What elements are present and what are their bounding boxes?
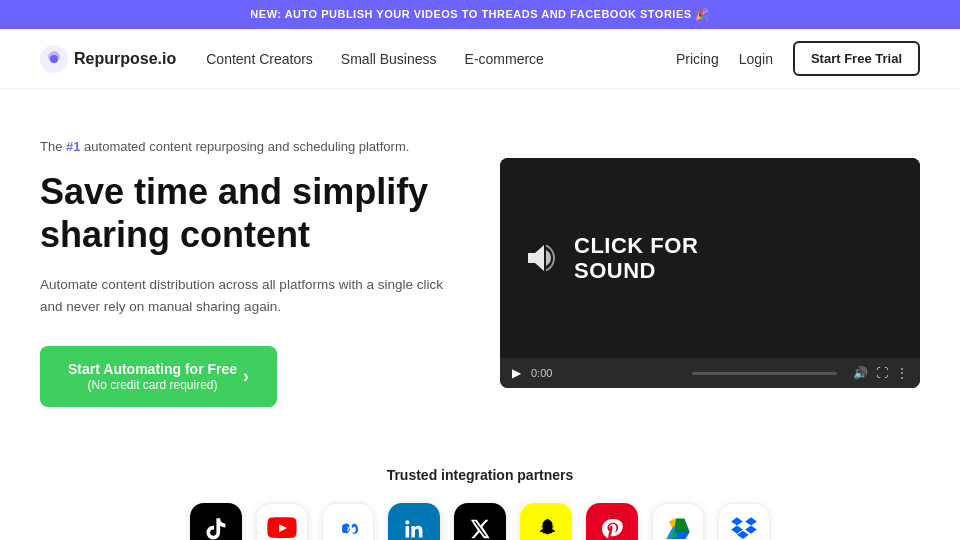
youtube-icon xyxy=(267,514,297,540)
video-main-area[interactable]: CLICK FORSOUND xyxy=(500,158,920,358)
pinterest-icon xyxy=(600,517,624,540)
x-icon xyxy=(469,518,491,540)
hero-left: The #1 automated content repurposing and… xyxy=(40,139,460,407)
partner-tiktok[interactable] xyxy=(190,503,242,540)
cta-line2: (No credit card required) xyxy=(68,378,237,394)
hero-description: Automate content distribution across all… xyxy=(40,274,460,317)
cta-arrow-icon: › xyxy=(243,365,249,388)
nav-login[interactable]: Login xyxy=(739,51,773,67)
partner-snapchat[interactable] xyxy=(520,503,572,540)
partner-linkedin[interactable] xyxy=(388,503,440,540)
hero-section: The #1 automated content repurposing and… xyxy=(0,89,960,437)
hero-right: CLICK FORSOUND ▶ 0:00 🔊 ⛶ ⋮ xyxy=(500,158,920,388)
meta-icon xyxy=(334,515,362,540)
logo-icon xyxy=(40,45,68,73)
linkedin-icon xyxy=(402,517,426,540)
speaker-icon xyxy=(524,240,560,276)
play-button[interactable]: ▶ xyxy=(512,366,521,380)
top-banner: NEW: AUTO PUBLISH YOUR VIDEOS TO THREADS… xyxy=(0,0,960,29)
video-control-icons: 🔊 ⛶ ⋮ xyxy=(853,366,908,380)
navbar: Repurpose.io Content Creators Small Busi… xyxy=(0,29,960,89)
nav-pricing[interactable]: Pricing xyxy=(676,51,719,67)
partners-title: Trusted integration partners xyxy=(40,467,920,483)
click-for-sound-text: CLICK FORSOUND xyxy=(574,233,698,284)
nav-links: Content Creators Small Business E-commer… xyxy=(206,51,676,67)
hero-cta-text: Start Automating for Free (No credit car… xyxy=(68,360,237,394)
snapchat-icon xyxy=(534,517,558,540)
tiktok-icon xyxy=(203,516,229,540)
nav-content-creators[interactable]: Content Creators xyxy=(206,51,313,67)
nav-start-free-trial-button[interactable]: Start Free Trial xyxy=(793,41,920,76)
gdrive-icon xyxy=(664,515,692,540)
partner-dropbox[interactable] xyxy=(718,503,770,540)
settings-icon[interactable]: ⋮ xyxy=(896,366,908,380)
partner-google-drive[interactable] xyxy=(652,503,704,540)
video-progress-bar[interactable] xyxy=(692,372,837,375)
partners-section: Trusted integration partners xyxy=(0,437,960,540)
svg-point-1 xyxy=(50,55,58,63)
hero-cta-button[interactable]: Start Automating for Free (No credit car… xyxy=(40,346,277,408)
video-player[interactable]: CLICK FORSOUND ▶ 0:00 🔊 ⛶ ⋮ xyxy=(500,158,920,388)
volume-icon[interactable]: 🔊 xyxy=(853,366,868,380)
hero-subtitle: The #1 automated content repurposing and… xyxy=(40,139,460,154)
partner-youtube[interactable] xyxy=(256,503,308,540)
partner-pinterest[interactable] xyxy=(586,503,638,540)
fullscreen-icon[interactable]: ⛶ xyxy=(876,366,888,380)
banner-text: NEW: AUTO PUBLISH YOUR VIDEOS TO THREADS… xyxy=(250,8,709,20)
nav-small-business[interactable]: Small Business xyxy=(341,51,437,67)
logo-text: Repurpose.io xyxy=(74,50,176,68)
logo[interactable]: Repurpose.io xyxy=(40,45,176,73)
partner-icons-list xyxy=(40,503,920,540)
click-for-sound-overlay: CLICK FORSOUND xyxy=(524,233,698,284)
hero-subtitle-text: automated content repurposing and schedu… xyxy=(84,139,409,154)
hero-title: Save time and simplify sharing content xyxy=(40,170,460,256)
highlight-number: #1 xyxy=(66,139,80,154)
dropbox-icon xyxy=(730,515,758,540)
video-timestamp: 0:00 xyxy=(531,367,676,379)
partner-meta[interactable] xyxy=(322,503,374,540)
nav-ecommerce[interactable]: E-commerce xyxy=(465,51,544,67)
cta-line1: Start Automating for Free xyxy=(68,361,237,377)
video-controls: ▶ 0:00 🔊 ⛶ ⋮ xyxy=(500,358,920,388)
partner-x[interactable] xyxy=(454,503,506,540)
nav-right: Pricing Login Start Free Trial xyxy=(676,41,920,76)
